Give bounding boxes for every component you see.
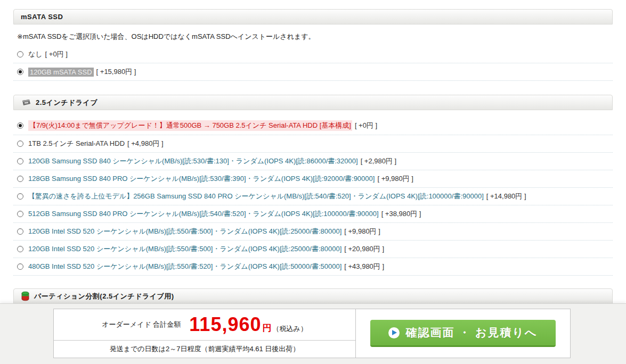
section-header-partition: パーティション分割(2.5インチドライブ用): [13, 288, 613, 304]
radio-button[interactable]: [17, 158, 23, 164]
radio-button[interactable]: [17, 228, 23, 235]
tax-note: （税込み）: [272, 325, 307, 333]
option-price: [ +0円 ]: [45, 49, 68, 59]
option-row[interactable]: 128GB Samsung SSD 840 PRO シーケンシャル(MB/s)[…: [13, 170, 613, 188]
total-price-row: オーダーメイド 合計金額 115,960円（税込み）: [54, 309, 355, 341]
option-row[interactable]: 120GB Intel SSD 520 シーケンシャル(MB/s)[読:550/…: [13, 241, 613, 258]
section-header-drive25: 2.5インチドライブ: [13, 95, 613, 110]
option-label[interactable]: 120GB Intel SSD 520 シーケンシャル(MB/s)[読:550/…: [28, 227, 342, 236]
option-label[interactable]: 480GB Intel SSD 520 シーケンシャル(MB/s)[読:550/…: [28, 262, 342, 271]
option-price: [ +14,980円 ]: [486, 192, 526, 201]
order-total-area: オーダーメイド 合計金額 115,960円（税込み） 発送までの日数は2～7日程…: [54, 309, 356, 358]
option-row[interactable]: 1TB 2.5インチ Serial-ATA HDD [ +4,980円 ]: [13, 135, 613, 153]
option-row[interactable]: 【7/9(火)14:00まで無償アップグレード！】通常500GB → 750GB…: [13, 117, 613, 135]
radio-button[interactable]: [17, 51, 23, 57]
option-label[interactable]: 1TB 2.5インチ Serial-ATA HDD: [28, 139, 125, 148]
option-label-text-selected[interactable]: 120GB mSATA SSD: [28, 68, 94, 77]
confirm-area: 確認画面 ・ お見積りへ: [356, 309, 570, 358]
order-summary-bar: オーダーメイド 合計金額 115,960円（税込み） 発送までの日数は2～7日程…: [0, 303, 626, 364]
option-row[interactable]: 512GB Samsung SSD 840 PRO シーケンシャル(MB/s)[…: [13, 205, 613, 223]
radio-button[interactable]: [17, 193, 23, 200]
section-title: 2.5インチドライブ: [36, 98, 97, 107]
option-label[interactable]: なし: [28, 49, 43, 59]
msata-options: なし [ +0円 ] 120GB mSATA SSD [ +15,980円 ]: [13, 46, 613, 81]
option-row[interactable]: なし [ +0円 ]: [13, 46, 613, 63]
configurator-content: mSATA SSD ※mSATA SSDをご選択頂いた場合、OSはHDDではなく…: [0, 0, 626, 346]
option-price: [ +20,980円 ]: [344, 244, 384, 254]
msata-note: ※mSATA SSDをご選択頂いた場合、OSはHDDではなくmSATA SSDへ…: [17, 32, 613, 42]
play-icon: [388, 327, 400, 338]
total-label: オーダーメイド 合計金額: [102, 320, 181, 329]
section-header-msata: mSATA SSD: [13, 9, 613, 24]
option-label-campaign[interactable]: 【7/9(火)14:00まで無償アップグレード！】通常500GB → 750GB…: [28, 120, 352, 131]
option-price: [ +0円 ]: [355, 121, 377, 130]
option-price: [ +15,980円 ]: [96, 67, 136, 77]
section-drive25: 2.5インチドライブ 【7/9(火)14:00まで無償アップグレード！】通常50…: [13, 95, 613, 276]
radio-button[interactable]: [17, 176, 23, 182]
option-label[interactable]: 【驚異の速さを誇る上位モデル】256GB Samsung SSD 840 PRO…: [28, 192, 484, 201]
order-summary-box: オーダーメイド 合計金額 115,960円（税込み） 発送までの日数は2～7日程…: [53, 309, 571, 358]
option-price: [ +4,980円 ]: [127, 139, 164, 148]
total-amount: 115,960円（税込み）: [189, 315, 307, 334]
option-row[interactable]: 120GB mSATA SSD [ +15,980円 ]: [13, 63, 613, 81]
radio-button-selected[interactable]: [17, 122, 23, 129]
option-label[interactable]: 512GB Samsung SSD 840 PRO シーケンシャル(MB/s)[…: [28, 209, 379, 219]
hdd-icon: [21, 98, 31, 106]
option-price: [ +43,980円 ]: [344, 262, 384, 271]
confirm-button-label: 確認画面 ・ お見積りへ: [405, 325, 537, 340]
option-label[interactable]: 128GB Samsung SSD 840 PRO シーケンシャル(MB/s)[…: [28, 174, 375, 184]
option-row[interactable]: 120GB Intel SSD 520 シーケンシャル(MB/s)[読:550/…: [13, 223, 613, 241]
option-label[interactable]: 120GB Intel SSD 520 シーケンシャル(MB/s)[読:550/…: [28, 244, 342, 254]
total-unit: 円: [262, 323, 271, 333]
option-label[interactable]: 120GB Samsung SSD 840 シーケンシャル(MB/s)[読:53…: [28, 156, 358, 166]
radio-button-selected[interactable]: [17, 69, 23, 75]
partition-icon: [21, 291, 30, 301]
total-value: 115,960: [189, 313, 261, 335]
radio-button[interactable]: [17, 140, 23, 147]
confirm-estimate-button[interactable]: 確認画面 ・ お見積りへ: [370, 320, 556, 347]
radio-button[interactable]: [17, 211, 23, 217]
section-title: mSATA SSD: [21, 13, 63, 21]
section-msata-ssd: mSATA SSD ※mSATA SSDをご選択頂いた場合、OSはHDDではなく…: [13, 9, 613, 81]
option-price: [ +38,980円 ]: [381, 209, 421, 219]
option-price: [ +9,980円 ]: [344, 227, 380, 236]
option-row[interactable]: 120GB Samsung SSD 840 シーケンシャル(MB/s)[読:53…: [13, 153, 613, 170]
radio-button[interactable]: [17, 246, 23, 252]
radio-button[interactable]: [17, 263, 23, 270]
section-title: パーティション分割(2.5インチドライブ用): [34, 292, 174, 301]
option-price: [ +2,980円 ]: [361, 156, 397, 166]
option-row[interactable]: 【驚異の速さを誇る上位モデル】256GB Samsung SSD 840 PRO…: [13, 188, 613, 205]
option-price: [ +9,980円 ]: [377, 174, 413, 184]
shipping-note: 発送までの日数は2～7日程度（前週実績平均4.61 日後出荷）: [54, 341, 355, 358]
drive25-options: 【7/9(火)14:00まで無償アップグレード！】通常500GB → 750GB…: [13, 117, 613, 276]
option-row[interactable]: 480GB Intel SSD 520 シーケンシャル(MB/s)[読:550/…: [13, 258, 613, 276]
